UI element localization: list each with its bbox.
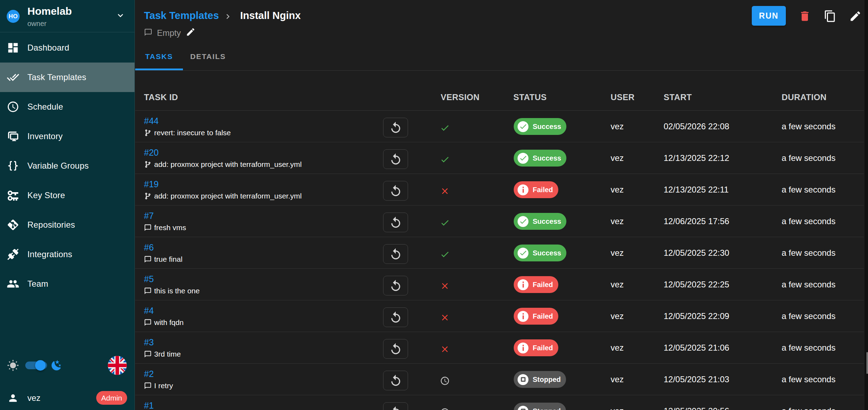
column-header-version: VERSION bbox=[441, 85, 480, 109]
sidebar-item-inventory[interactable]: Inventory bbox=[0, 122, 134, 151]
user-name[interactable]: vez bbox=[27, 393, 40, 403]
status-chip: Failed bbox=[514, 181, 558, 198]
task-start: 12/05/2025 21:06 bbox=[664, 343, 729, 353]
task-duration: a few seconds bbox=[782, 248, 835, 258]
status-chip-avatar bbox=[518, 374, 528, 385]
task-id-link[interactable]: #19 bbox=[144, 179, 159, 189]
tab-details[interactable]: DETAILS bbox=[183, 44, 233, 70]
task-id-link[interactable]: #1 bbox=[144, 401, 154, 410]
tab-tasks[interactable]: TASKS bbox=[135, 44, 183, 70]
retry-task-button[interactable] bbox=[383, 244, 408, 264]
task-user: vez bbox=[611, 375, 624, 384]
task-start: 12/05/2025 20:56 bbox=[664, 406, 729, 410]
status-chip-avatar bbox=[518, 406, 528, 410]
status-chip-icon bbox=[519, 280, 527, 289]
replay-icon bbox=[389, 184, 402, 198]
task-id-link[interactable]: #2 bbox=[144, 369, 154, 379]
task-id-link[interactable]: #7 bbox=[144, 211, 154, 221]
task-user: vez bbox=[611, 153, 624, 163]
retry-task-button[interactable] bbox=[383, 307, 408, 327]
edit-icon[interactable] bbox=[849, 10, 862, 22]
task-start: 12/05/2025 22:25 bbox=[664, 280, 729, 289]
status-chip: Success bbox=[514, 245, 566, 261]
status-chip: Success bbox=[514, 213, 566, 230]
table-row: #2 I retry Stopped vez 12/05/2025 21:03 … bbox=[135, 364, 864, 395]
monitor-multiple-icon bbox=[7, 130, 19, 143]
status-chip: Failed bbox=[514, 276, 558, 293]
status-chip-label: Failed bbox=[533, 344, 553, 352]
task-id-link[interactable]: #44 bbox=[144, 116, 159, 126]
task-message: true final bbox=[154, 255, 183, 263]
task-id-link[interactable]: #5 bbox=[144, 274, 154, 284]
status-chip-avatar bbox=[518, 184, 528, 195]
column-header-status: STATUS bbox=[513, 85, 547, 109]
sidebar-item-repositories[interactable]: Repositories bbox=[0, 210, 134, 240]
status-chip-icon bbox=[519, 249, 527, 257]
dark-mode-toggle-thumb[interactable] bbox=[35, 360, 46, 371]
task-id-link[interactable]: #4 bbox=[144, 306, 154, 316]
sidebar-item-team[interactable]: Team bbox=[0, 269, 134, 299]
task-start: 02/05/2026 22:08 bbox=[664, 122, 729, 131]
comment-icon bbox=[144, 382, 152, 390]
comment-icon bbox=[144, 224, 152, 232]
scrollbar-track[interactable] bbox=[864, 0, 868, 410]
task-id-link[interactable]: #3 bbox=[144, 337, 154, 347]
retry-task-button[interactable] bbox=[383, 402, 408, 410]
sidebar-item-label: Inventory bbox=[27, 131, 63, 141]
status-chip: Success bbox=[514, 150, 566, 167]
user-icon bbox=[7, 392, 19, 404]
project-selector[interactable]: HO Homelab owner bbox=[0, 0, 134, 32]
breadcrumb-task-templates[interactable]: Task Templates bbox=[144, 10, 219, 21]
retry-task-button[interactable] bbox=[383, 339, 408, 359]
main-content: Task Templates Install Nginx RUN Empty T… bbox=[135, 0, 868, 410]
sidebar-item-label: Dashboard bbox=[27, 43, 69, 53]
sidebar-item-dashboard[interactable]: Dashboard bbox=[0, 33, 134, 63]
copy-icon[interactable] bbox=[824, 10, 836, 22]
retry-task-button[interactable] bbox=[383, 371, 408, 390]
task-id-link[interactable]: #20 bbox=[144, 148, 159, 158]
source-branch-icon bbox=[144, 129, 152, 137]
sidebar-item-schedule[interactable]: Schedule bbox=[0, 92, 134, 122]
task-start: 12/13/2025 22:12 bbox=[664, 153, 729, 163]
retry-task-button[interactable] bbox=[383, 213, 408, 232]
status-chip-avatar bbox=[518, 279, 528, 290]
tab-bar: TASKS DETAILS bbox=[135, 44, 868, 71]
table-row: #7 fresh vms Success vez 12/06/2025 17:5… bbox=[135, 206, 864, 237]
task-start: 12/05/2025 22:30 bbox=[664, 248, 729, 258]
task-id-link[interactable]: #6 bbox=[144, 242, 154, 253]
chevron-down-icon[interactable] bbox=[115, 10, 126, 21]
task-duration: a few seconds bbox=[782, 122, 835, 131]
retry-task-button[interactable] bbox=[383, 181, 408, 201]
sidebar-item-label: Team bbox=[27, 279, 48, 289]
sidebar-item-task-templates[interactable]: Task Templates bbox=[0, 63, 134, 92]
status-chip-icon bbox=[519, 407, 527, 410]
status-chip-label: Failed bbox=[533, 312, 553, 320]
delete-icon[interactable] bbox=[798, 10, 811, 22]
replay-icon bbox=[389, 343, 402, 356]
description-edit-icon[interactable] bbox=[186, 27, 196, 37]
run-button[interactable]: RUN bbox=[752, 6, 786, 26]
language-flag-gb[interactable] bbox=[108, 356, 127, 375]
description-comment-icon bbox=[144, 28, 152, 37]
status-chip-icon bbox=[519, 122, 527, 131]
column-header-duration: DURATION bbox=[782, 85, 827, 109]
task-message: I retry bbox=[154, 382, 173, 390]
version-check-icon bbox=[440, 249, 450, 259]
version-pending-icon bbox=[440, 408, 450, 410]
light-mode-icon bbox=[7, 359, 19, 371]
sidebar-item-variable-groups[interactable]: Variable Groups bbox=[0, 151, 134, 181]
sidebar-item-label: Key Store bbox=[27, 190, 65, 200]
sidebar-item-key-store[interactable]: Key Store bbox=[0, 181, 134, 210]
status-chip-label: Success bbox=[533, 249, 561, 257]
retry-task-button[interactable] bbox=[383, 149, 408, 169]
sidebar-item-integrations[interactable]: Integrations bbox=[0, 240, 134, 269]
sidebar: HO Homelab owner Dashboard Task Template… bbox=[0, 0, 135, 410]
retry-task-button[interactable] bbox=[383, 118, 408, 137]
status-chip-label: Success bbox=[533, 123, 561, 131]
scrollbar-thumb[interactable] bbox=[867, 352, 868, 374]
task-user: vez bbox=[611, 216, 624, 226]
key-change-icon bbox=[7, 189, 19, 202]
table-row: #1 Stopped vez 12/05/2025 20:56 a few se… bbox=[135, 395, 864, 410]
retry-task-button[interactable] bbox=[383, 276, 408, 295]
version-check-icon bbox=[440, 155, 450, 164]
